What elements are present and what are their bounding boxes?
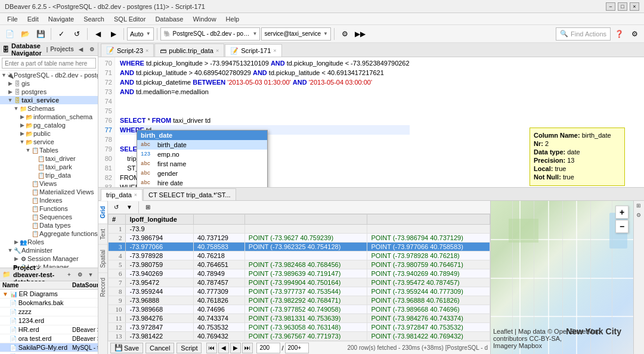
table-row[interactable]: 10 -73.989668 40.74696 POINT (-73.977852…: [109, 305, 490, 314]
ac-item-first_name[interactable]: abc first name: [137, 159, 267, 169]
ac-item-birth_date[interactable]: abc birth_date: [137, 140, 267, 150]
table-row[interactable]: 11 -73.984276 40.743374 POINT (-73.98133…: [109, 314, 490, 323]
tree-expand-taxi_service[interactable]: ▼: [7, 97, 13, 103]
tree-expand-postgres[interactable]: ▶: [7, 89, 13, 95]
editor-tab-script171[interactable]: 📝 Script-171 ×: [225, 44, 281, 57]
tree-item-gis[interactable]: ▶🗄gis: [0, 79, 98, 88]
editor-tab-trip_data[interactable]: 🗃 public.trip_data ×: [154, 44, 224, 57]
ac-item-hire_date[interactable]: abc hire date: [137, 178, 267, 187]
project-row[interactable]: 📄 zzzz 2019-08-15 23:01:53.352: [0, 308, 98, 316]
project-row[interactable]: 📄 1234.erd 2019-08-15 23:01:53.352: [0, 316, 98, 325]
tree-item-postgres[interactable]: ▶🗄postgres: [0, 88, 98, 96]
nav-next-button[interactable]: ▶: [230, 343, 241, 353]
project-settings-button[interactable]: ⚙: [75, 270, 85, 280]
tree-item-mat_views[interactable]: 📋Materialized Views: [0, 188, 98, 196]
tree-item-schemas[interactable]: ▼📁Schemas: [0, 104, 98, 113]
tree-expand-public[interactable]: ▶: [19, 131, 25, 136]
open-button[interactable]: 📂: [18, 27, 32, 41]
tree-item-data_types[interactable]: 📋Data types: [0, 221, 98, 229]
table-row[interactable]: 2 -73.986794 40.737129 POINT (-73.9627 4…: [109, 234, 490, 243]
commit-button[interactable]: ✓: [54, 27, 69, 41]
project-add-button[interactable]: +: [64, 270, 74, 280]
grid-refresh-button[interactable]: ↺: [110, 202, 122, 213]
tree-expand-session_mgr[interactable]: ▶: [13, 256, 19, 262]
table-row[interactable]: 8 -73.959244 40.777309 POINT (-73.977737…: [109, 287, 490, 296]
data-tab-trip_data_tab[interactable]: trip_data ×: [101, 189, 143, 201]
project-row[interactable]: 📄 SakilaPG-My.erd MySQL - test. Postgr..…: [0, 343, 98, 352]
project-row[interactable]: 📄 sample.erd MySQL - sakila3 2019-08-15 …: [0, 352, 98, 355]
project-row[interactable]: 📄 ora test.erd DBeaver Sample - orcl 201…: [0, 334, 98, 343]
record-tab[interactable]: Record: [98, 272, 107, 302]
menu-item-database[interactable]: Database: [150, 13, 188, 25]
tree-item-trip_data[interactable]: 📋trip_data: [0, 171, 98, 179]
table-row[interactable]: 5 -73.980759 40.764651 POINT (-73.982468…: [109, 260, 490, 269]
tab-close-button[interactable]: ×: [273, 48, 276, 54]
tree-item-session_mgr[interactable]: ▶⚙Session Manager: [0, 254, 98, 263]
table-row[interactable]: 1 -73.9: [109, 225, 490, 234]
table-row[interactable]: 3 -73.977066 40.758583 POINT (-73.962325…: [109, 243, 490, 251]
back-button[interactable]: ◀: [91, 27, 105, 41]
tree-item-taxi_park[interactable]: 📋taxi_park: [0, 163, 98, 171]
table-row[interactable]: 13 -73.981422 40.769432 POINT (-73.96756…: [109, 332, 490, 341]
tree-item-postgresql[interactable]: ▼🔌PostgreSQL - db2.dev - postgres (11): [0, 71, 98, 79]
rollback-button[interactable]: ↺: [70, 27, 84, 41]
tree-expand-tables[interactable]: ▼: [25, 147, 31, 153]
tree-item-service[interactable]: ▼📂service: [0, 138, 98, 146]
tree-expand-pg_catalog[interactable]: ▶: [19, 122, 25, 128]
nav-first-button[interactable]: ⏮: [206, 343, 217, 353]
menu-item-sql editor[interactable]: SQL Editor: [109, 13, 150, 25]
project-row[interactable]: 📄 Bookmarks.bak 2019-08-15 23:01:53.403: [0, 299, 98, 308]
db-nav-collapse-button[interactable]: ◀: [76, 45, 86, 54]
project-collapse-button[interactable]: ▼: [86, 270, 95, 280]
ac-item-emp.no[interactable]: 123 emp.no: [137, 150, 267, 159]
col-latitude[interactable]: [193, 215, 244, 225]
preferences-button[interactable]: ⚙: [627, 27, 642, 41]
cancel-data-button[interactable]: Cancel: [145, 343, 174, 353]
tree-item-pg_catalog[interactable]: ▶📂pg_catalog: [0, 121, 98, 129]
menu-item-help[interactable]: Help: [221, 13, 244, 25]
map-zoom-in-button[interactable]: +: [615, 206, 628, 219]
tab-close-button[interactable]: ×: [145, 48, 148, 54]
project-row[interactable]: 📄 HR.erd DBeaver Sample - orcl 2019-08-1…: [0, 325, 98, 334]
text-tab[interactable]: Text: [98, 223, 107, 244]
table-row[interactable]: 7 -73.95472 40.787457 POINT (-73.994904 …: [109, 278, 490, 287]
help-button[interactable]: ❓: [612, 27, 626, 41]
save-button[interactable]: 💾: [33, 27, 48, 41]
grid-tab[interactable]: Grid: [98, 201, 107, 223]
data-tab-close[interactable]: ×: [134, 192, 137, 198]
map-layers-button[interactable]: ⊞: [634, 201, 643, 210]
save-data-button[interactable]: 💾 Save: [110, 343, 143, 353]
table-row[interactable]: 9 -73.96888 40.761826 POINT (-73.982292 …: [109, 296, 490, 305]
tree-item-roles[interactable]: ▶👥Roles: [0, 238, 98, 246]
tree-item-views[interactable]: 📋Views: [0, 179, 98, 188]
nav-last-button[interactable]: ⏭: [242, 343, 253, 353]
auto-combo[interactable]: Auto ▼: [127, 27, 154, 41]
row-count-input[interactable]: 200: [256, 343, 280, 353]
script-data-button[interactable]: Script: [177, 343, 202, 353]
tree-item-sequences[interactable]: 📋Sequences: [0, 213, 98, 221]
menu-item-navigate[interactable]: Navigate: [44, 13, 79, 25]
tree-item-taxi_driver[interactable]: 📋taxi_driver: [0, 154, 98, 163]
close-button[interactable]: ×: [630, 2, 639, 11]
tree-item-information_schema[interactable]: ▶📂information_schema: [0, 113, 98, 121]
db-nav-search-input[interactable]: [2, 58, 96, 69]
tree-expand-service[interactable]: ▼: [19, 139, 25, 145]
db-nav-settings-button[interactable]: ⚙: [87, 45, 97, 54]
tree-item-tables[interactable]: ▼📋Tables: [0, 146, 98, 154]
tree-expand-roles[interactable]: ▶: [13, 239, 19, 245]
more-button[interactable]: ▶▶: [353, 27, 367, 41]
col-longitude[interactable]: lpoff_longitude: [126, 215, 193, 225]
grid-filter-button[interactable]: ▼: [123, 202, 135, 213]
tree-expand-schemas[interactable]: ▼: [13, 105, 19, 111]
menu-item-search[interactable]: Search: [79, 13, 109, 25]
forward-button[interactable]: ▶: [106, 27, 120, 41]
maximize-button[interactable]: □: [618, 2, 627, 11]
nav-prev-button[interactable]: ◀: [218, 343, 229, 353]
tree-item-taxi_service[interactable]: ▼🗄taxi_service: [0, 96, 98, 104]
tree-item-public[interactable]: ▶📂public: [0, 129, 98, 138]
map-zoom-out-button[interactable]: −: [615, 220, 628, 233]
ac-item-gender[interactable]: abc gender: [137, 169, 267, 178]
project-row[interactable]: ▼ 📊 ER Diagrams 2019-08-15 23:01:53.429: [0, 290, 98, 299]
tab-close-button[interactable]: ×: [216, 48, 219, 54]
schema-combo[interactable]: service@taxi_service ▼: [261, 27, 331, 41]
